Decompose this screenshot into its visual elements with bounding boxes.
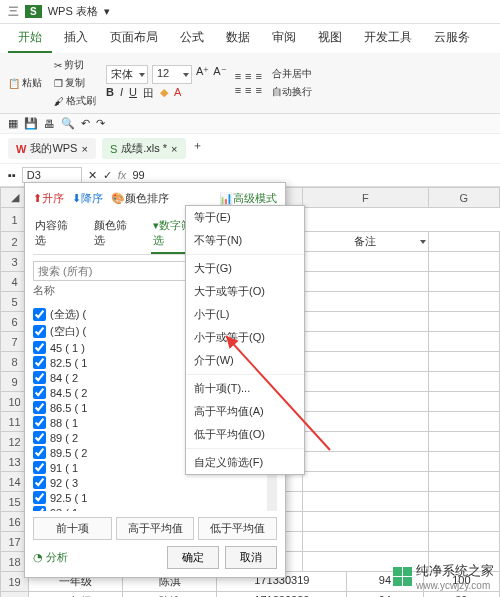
underline-button[interactable]: U bbox=[129, 86, 137, 101]
filter-checkbox[interactable] bbox=[33, 506, 46, 511]
qat-save-icon[interactable]: 💾 bbox=[24, 117, 38, 130]
font-select[interactable]: 宋体 bbox=[106, 65, 148, 84]
align-mid-icon[interactable]: ≡ bbox=[245, 70, 251, 82]
quick-above-avg-button[interactable]: 高于平均值 bbox=[116, 517, 195, 540]
sort-asc-button[interactable]: ⬆升序 bbox=[33, 191, 64, 206]
tab-view[interactable]: 视图 bbox=[308, 24, 352, 53]
doc-tab-mywps[interactable]: W我的WPS× bbox=[8, 138, 96, 159]
paste-button[interactable]: 📋粘贴 bbox=[6, 75, 44, 91]
cell[interactable] bbox=[302, 512, 428, 532]
header-cell[interactable]: 备注 bbox=[302, 232, 428, 252]
cell[interactable]: 89 bbox=[424, 592, 499, 597]
filter-checkbox[interactable] bbox=[33, 325, 46, 338]
filter-item[interactable]: 92.5 ( 1 bbox=[33, 490, 277, 505]
italic-button[interactable]: I bbox=[120, 86, 123, 101]
tab-start[interactable]: 开始 bbox=[8, 24, 52, 53]
tab-insert[interactable]: 插入 bbox=[54, 24, 98, 53]
menu-less-eq[interactable]: 小于或等于(Q) bbox=[186, 326, 304, 349]
name-box[interactable]: D3 bbox=[22, 167, 82, 183]
cell[interactable]: 一年级 bbox=[29, 592, 123, 597]
menu-less[interactable]: 小于(L) bbox=[186, 303, 304, 326]
cell[interactable] bbox=[302, 392, 428, 412]
filter-checkbox[interactable] bbox=[33, 491, 46, 504]
close-icon[interactable]: × bbox=[81, 143, 87, 155]
fx-icon[interactable]: fx bbox=[118, 169, 127, 181]
quick-top10-button[interactable]: 前十项 bbox=[33, 517, 112, 540]
row-header[interactable]: 20 bbox=[1, 592, 29, 598]
tab-layout[interactable]: 页面布局 bbox=[100, 24, 168, 53]
analyze-button[interactable]: ◔ 分析 bbox=[33, 550, 68, 565]
copy-button[interactable]: ❐ 复制 bbox=[52, 75, 98, 91]
increase-font-icon[interactable]: A⁺ bbox=[196, 65, 209, 84]
wrap-button[interactable]: 自动换行 bbox=[270, 84, 314, 100]
tab-dev[interactable]: 开发工具 bbox=[354, 24, 422, 53]
align-center-icon[interactable]: ≡ bbox=[245, 84, 251, 96]
tab-data[interactable]: 数据 bbox=[216, 24, 260, 53]
size-select[interactable]: 12 bbox=[152, 65, 192, 84]
fx-cancel-icon[interactable]: ✕ bbox=[88, 169, 97, 182]
menu-greater-eq[interactable]: 大于或等于(O) bbox=[186, 280, 304, 303]
filter-dropdown-icon[interactable] bbox=[420, 240, 426, 244]
ok-button[interactable]: 确定 bbox=[167, 546, 219, 569]
cell[interactable] bbox=[302, 412, 428, 432]
quick-below-avg-button[interactable]: 低于平均值 bbox=[198, 517, 277, 540]
menu-greater[interactable]: 大于(G) bbox=[186, 257, 304, 280]
cell[interactable] bbox=[302, 272, 428, 292]
cell[interactable] bbox=[302, 312, 428, 332]
menu-icon[interactable]: 三 bbox=[8, 4, 19, 19]
cell[interactable] bbox=[302, 332, 428, 352]
cell[interactable]: 171330320 bbox=[217, 592, 347, 597]
filter-checkbox[interactable] bbox=[33, 461, 46, 474]
tab-formula[interactable]: 公式 bbox=[170, 24, 214, 53]
advanced-mode-button[interactable]: 📊高级模式 bbox=[219, 191, 277, 206]
cell[interactable] bbox=[302, 292, 428, 312]
cell[interactable] bbox=[302, 432, 428, 452]
close-icon[interactable]: × bbox=[171, 143, 177, 155]
filter-checkbox[interactable] bbox=[33, 356, 46, 369]
qat-undo-icon[interactable]: ↶ bbox=[81, 117, 90, 130]
align-left-icon[interactable]: ≡ bbox=[235, 84, 241, 96]
add-tab-button[interactable]: ＋ bbox=[192, 138, 203, 159]
bold-button[interactable]: B bbox=[106, 86, 114, 101]
qat-redo-icon[interactable]: ↷ bbox=[96, 117, 105, 130]
title-chevron-icon[interactable]: ▾ bbox=[104, 5, 110, 18]
filter-checkbox[interactable] bbox=[33, 476, 46, 489]
menu-custom[interactable]: 自定义筛选(F) bbox=[186, 451, 304, 474]
merge-button[interactable]: 合并居中 bbox=[270, 66, 314, 82]
menu-above-avg[interactable]: 高于平均值(A) bbox=[186, 400, 304, 423]
doc-tab-active[interactable]: S成绩.xls *× bbox=[102, 138, 186, 159]
filter-tab-color[interactable]: 颜色筛选 bbox=[92, 214, 139, 254]
filter-checkbox[interactable] bbox=[33, 341, 46, 354]
filter-checkbox[interactable] bbox=[33, 386, 46, 399]
font-color-button[interactable]: A bbox=[174, 86, 181, 101]
qat-print-icon[interactable]: 🖶 bbox=[44, 118, 55, 130]
tab-cloud[interactable]: 云服务 bbox=[424, 24, 480, 53]
tab-review[interactable]: 审阅 bbox=[262, 24, 306, 53]
color-sort-button[interactable]: 🎨颜色排序 bbox=[111, 191, 169, 206]
filter-checkbox[interactable] bbox=[33, 401, 46, 414]
sort-desc-button[interactable]: ⬇降序 bbox=[72, 191, 103, 206]
namebox-chevron-icon[interactable]: ▪▪ bbox=[8, 169, 16, 181]
fx-accept-icon[interactable]: ✓ bbox=[103, 169, 112, 182]
filter-tab-content[interactable]: 内容筛选 bbox=[33, 214, 80, 254]
formula-input[interactable]: 99 bbox=[132, 169, 144, 181]
menu-between[interactable]: 介于(W) bbox=[186, 349, 304, 372]
filter-item[interactable]: 92 ( 3 bbox=[33, 475, 277, 490]
cell[interactable] bbox=[302, 532, 428, 552]
menu-top10[interactable]: 前十项(T)... bbox=[186, 377, 304, 400]
filter-checkbox[interactable] bbox=[33, 308, 46, 321]
filter-item[interactable]: 93 ( 1 bbox=[33, 505, 277, 511]
cut-button[interactable]: ✂ 剪切 bbox=[52, 57, 98, 73]
filter-checkbox[interactable] bbox=[33, 371, 46, 384]
cell[interactable] bbox=[302, 472, 428, 492]
filter-checkbox[interactable] bbox=[33, 446, 46, 459]
cell[interactable]: 94 bbox=[347, 592, 423, 597]
cell[interactable] bbox=[302, 452, 428, 472]
filter-checkbox[interactable] bbox=[33, 431, 46, 444]
qat-new-icon[interactable]: ▦ bbox=[8, 117, 18, 130]
col-header[interactable]: G bbox=[428, 188, 499, 208]
decrease-font-icon[interactable]: A⁻ bbox=[213, 65, 226, 84]
cell[interactable] bbox=[302, 372, 428, 392]
fill-color-button[interactable]: ◆ bbox=[160, 86, 168, 101]
menu-not-equal[interactable]: 不等于(N) bbox=[186, 229, 304, 252]
